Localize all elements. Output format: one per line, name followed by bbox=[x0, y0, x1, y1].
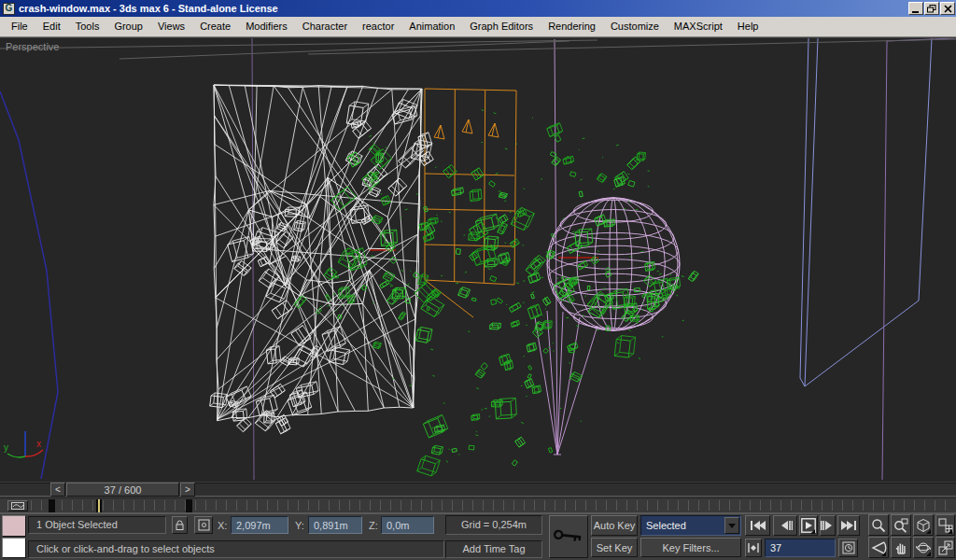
set-keys-key-icon bbox=[553, 526, 584, 547]
x-coordinate-label: X: bbox=[218, 516, 227, 535]
previous-frame-icon bbox=[779, 520, 793, 531]
frame-number-field[interactable]: 37 bbox=[765, 539, 836, 557]
track-bar-ticks bbox=[31, 500, 954, 511]
close-icon bbox=[944, 5, 952, 13]
menu-item-animation[interactable]: Animation bbox=[401, 17, 462, 36]
minimize-button[interactable] bbox=[908, 2, 923, 15]
mini-curve-editor-button[interactable] bbox=[7, 500, 28, 511]
grid-setting: Grid = 0,254m bbox=[445, 515, 542, 535]
current-frame-marker[interactable] bbox=[96, 499, 102, 512]
restore-icon bbox=[927, 5, 936, 13]
prompt-line: Click or click-and-drag to select object… bbox=[28, 540, 444, 558]
next-frame-icon bbox=[821, 520, 835, 531]
minimize-icon bbox=[911, 5, 921, 13]
set-keys-button[interactable] bbox=[549, 515, 588, 558]
application-window: G crash-window.max - 3ds max 6 - Stand-a… bbox=[0, 0, 956, 560]
mini-curve-editor-icon bbox=[11, 502, 24, 510]
min-max-toggle-button[interactable] bbox=[935, 537, 955, 558]
absolute-mode-icon bbox=[198, 519, 210, 531]
z-coordinate-field[interactable]: 0,0m bbox=[381, 516, 434, 534]
menu-bar: FileEditToolsGroupViewsCreateModifiersCh… bbox=[0, 17, 956, 37]
next-frame-slider-button[interactable]: > bbox=[180, 483, 195, 497]
restore-button[interactable] bbox=[924, 2, 939, 15]
menu-item-customize[interactable]: Customize bbox=[603, 17, 667, 36]
title-bar: G crash-window.max - 3ds max 6 - Stand-a… bbox=[0, 0, 956, 17]
menu-item-character[interactable]: Character bbox=[295, 17, 355, 36]
min-max-toggle-icon bbox=[938, 540, 953, 555]
auto-key-button[interactable]: Auto Key bbox=[591, 515, 638, 536]
set-key-button[interactable]: Set Key bbox=[591, 538, 638, 557]
pan-button[interactable] bbox=[891, 537, 911, 558]
track-bar[interactable] bbox=[0, 497, 956, 513]
field-of-view-icon bbox=[871, 541, 887, 554]
key-mode-icon bbox=[748, 543, 759, 553]
selection-lock-button[interactable] bbox=[172, 516, 188, 534]
key-filters-button[interactable]: Key Filters... bbox=[640, 538, 741, 557]
zoom-extents-all-icon bbox=[938, 518, 953, 533]
absolute-offset-mode-button[interactable] bbox=[194, 516, 213, 534]
lock-icon bbox=[175, 519, 185, 531]
macro-recorder-pane[interactable] bbox=[2, 515, 26, 537]
zoom-extents-button[interactable] bbox=[913, 514, 934, 536]
time-config-icon bbox=[842, 541, 855, 554]
menu-item-group[interactable]: Group bbox=[106, 17, 150, 36]
dropdown-arrow-icon[interactable] bbox=[724, 517, 739, 534]
close-button[interactable] bbox=[940, 2, 955, 15]
svg-text:x: x bbox=[36, 439, 41, 449]
menu-item-modifiers[interactable]: Modifiers bbox=[238, 17, 295, 36]
previous-frame-slider-button[interactable]: < bbox=[50, 483, 65, 497]
time-slider-handle[interactable]: 37 / 600 bbox=[66, 483, 179, 497]
menu-item-file[interactable]: File bbox=[4, 17, 35, 36]
menu-item-maxscript[interactable]: MAXScript bbox=[667, 17, 730, 36]
selection-set-value: Selected bbox=[646, 520, 686, 531]
time-configuration-button[interactable] bbox=[838, 539, 858, 557]
svg-text:y: y bbox=[4, 442, 8, 453]
keyframe-marker[interactable] bbox=[49, 499, 55, 512]
zoom-button[interactable] bbox=[868, 514, 889, 536]
arc-rotate-button[interactable] bbox=[913, 537, 934, 558]
listener-pane[interactable] bbox=[2, 538, 26, 558]
time-slider-row: < 37 / 600 > bbox=[0, 482, 956, 497]
key-mode-toggle-button[interactable] bbox=[745, 539, 762, 557]
selection-status: 1 Object Selected bbox=[28, 516, 166, 534]
play-icon bbox=[801, 518, 816, 533]
y-coordinate-field[interactable]: 0,891m bbox=[308, 516, 362, 534]
z-coordinate-label: Z: bbox=[369, 516, 378, 535]
menu-item-create[interactable]: Create bbox=[192, 17, 238, 36]
pan-icon bbox=[894, 540, 908, 554]
menu-item-views[interactable]: Views bbox=[150, 17, 192, 36]
menu-item-help[interactable]: Help bbox=[730, 17, 766, 36]
next-frame-button[interactable] bbox=[820, 515, 836, 536]
zoom-icon bbox=[871, 518, 886, 533]
y-coordinate-label: Y: bbox=[295, 516, 304, 535]
zoom-extents-all-button[interactable] bbox=[935, 514, 955, 536]
zoom-all-icon bbox=[893, 518, 908, 533]
go-to-start-button[interactable] bbox=[745, 515, 770, 536]
selection-set-dropdown[interactable]: Selected bbox=[640, 515, 741, 536]
viewport-label[interactable]: Perspective bbox=[6, 41, 59, 52]
window-title: crash-window.max - 3ds max 6 - Stand-alo… bbox=[19, 3, 278, 14]
menu-item-graph-editors[interactable]: Graph Editors bbox=[462, 17, 541, 36]
app-icon[interactable]: G bbox=[3, 3, 15, 15]
zoom-extents-icon bbox=[916, 518, 931, 533]
menu-item-tools[interactable]: Tools bbox=[68, 17, 107, 36]
play-button[interactable] bbox=[799, 515, 818, 536]
add-time-tag[interactable]: Add Time Tag bbox=[445, 540, 542, 558]
viewport-canvas[interactable]: yx bbox=[0, 38, 956, 482]
field-of-view-button[interactable] bbox=[868, 537, 889, 558]
go-to-end-button[interactable] bbox=[837, 515, 860, 536]
go-to-start-icon bbox=[750, 520, 766, 531]
go-to-end-icon bbox=[840, 520, 857, 531]
keyframe-marker[interactable] bbox=[186, 499, 192, 512]
menu-item-rendering[interactable]: Rendering bbox=[541, 17, 603, 36]
zoom-all-button[interactable] bbox=[891, 514, 911, 536]
arc-rotate-icon bbox=[916, 540, 931, 555]
previous-frame-button[interactable] bbox=[773, 515, 797, 536]
perspective-viewport[interactable]: yx Perspective bbox=[0, 38, 956, 482]
x-coordinate-field[interactable]: 2,097m bbox=[231, 516, 288, 534]
menu-item-edit[interactable]: Edit bbox=[35, 17, 68, 36]
menu-item-reactor[interactable]: reactor bbox=[355, 17, 401, 36]
